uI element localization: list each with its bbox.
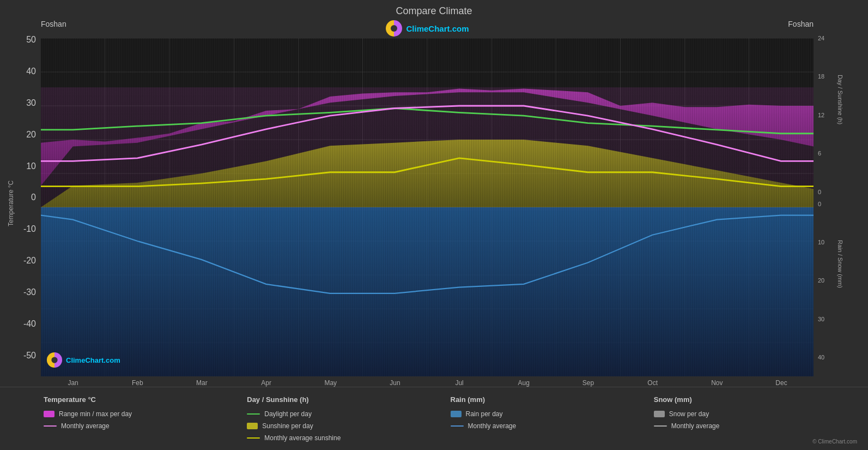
y-tick: 30 (16, 98, 36, 108)
legend-col-snow: Snow (mm) Snow per day Monthly average ©… (654, 395, 857, 445)
x-month-may: May (299, 379, 363, 387)
logo-text-bottom: ClimeChart.com (66, 356, 120, 364)
y-axis-left-values: 50 40 30 20 10 0 -10 -20 -30 -40 -50 (16, 20, 38, 387)
legend-col-temperature: Temperature °C Range min / max per day M… (44, 395, 247, 445)
right-label-sunshine: Day / Sunshine (h) (837, 75, 843, 124)
right-tick: 0 (818, 201, 833, 207)
y-axis-right: 24 18 12 6 0 0 10 20 30 40 Day / Sunshin… (814, 20, 863, 387)
legend-item-rain-avg: Monthly average (451, 422, 654, 430)
legend-label-daylight: Daylight per day (264, 410, 312, 418)
legend-title-temperature: Temperature °C (44, 395, 247, 404)
y-axis-right-labels: Day / Sunshine (h) Rain / Snow (mm) (833, 20, 849, 387)
legend-area: Temperature °C Range min / max per day M… (0, 387, 868, 450)
legend-item-daylight: Daylight per day (247, 410, 450, 418)
plot-svg (41, 38, 814, 376)
legend-line-rain-avg (451, 425, 464, 427)
legend-item-rain: Rain per day (451, 410, 654, 418)
city-left: Foshan (41, 20, 66, 37)
right-tick: 40 (818, 354, 833, 361)
legend-label-temp-range: Range min / max per day (59, 410, 132, 418)
right-tick: 0 (818, 189, 833, 195)
plot-area: ClimeChart.com (41, 38, 814, 376)
legend-swatch-rain (451, 411, 462, 417)
svg-rect-30 (41, 38, 814, 207)
legend-col-rain: Rain (mm) Rain per day Monthly average (451, 395, 654, 445)
legend-label-sunshine-avg: Monthly average sunshine (264, 434, 341, 442)
logo-text-top: ClimeChart.com (406, 24, 469, 33)
x-month-oct: Oct (621, 379, 685, 387)
y-axis-left-label: Temperature °C (5, 20, 16, 387)
svg-point-34 (51, 357, 57, 363)
logo-icon-bottom (46, 352, 63, 368)
legend-title-sunshine: Day / Sunshine (h) (247, 395, 450, 404)
legend-swatch-temp-range (44, 411, 54, 417)
x-month-dec: Dec (749, 379, 814, 387)
right-tick: 20 (818, 277, 833, 284)
right-tick: 12 (818, 112, 833, 118)
city-right: Foshan (788, 20, 814, 37)
page-container: Compare Climate Temperature °C 50 40 30 … (0, 0, 868, 450)
right-tick: 10 (818, 239, 833, 245)
x-month-jun: Jun (363, 379, 427, 387)
legend-label-temp-avg: Monthly average (61, 422, 110, 430)
chart-main: Foshan ClimeChart.com Foshan (41, 20, 814, 387)
legend-item-sunshine: Sunshine per day (247, 422, 450, 430)
legend-col-sunshine: Day / Sunshine (h) Daylight per day Suns… (247, 395, 450, 445)
y-axis-right-values: 24 18 12 6 0 0 10 20 30 40 (814, 20, 833, 387)
legend-item-temp-range: Range min / max per day (44, 410, 247, 418)
legend-line-sunshine-avg (247, 437, 260, 439)
legend-label-snow-avg: Monthly average (671, 422, 720, 430)
right-tick: 6 (818, 150, 833, 157)
chart-title: Compare Climate (0, 0, 868, 20)
x-month-sep: Sep (556, 379, 620, 387)
city-labels: Foshan ClimeChart.com Foshan (41, 20, 814, 38)
right-tick: 18 (818, 73, 833, 80)
legend-item-snow: Snow per day (654, 410, 857, 418)
svg-rect-32 (41, 207, 814, 376)
legend-swatch-sunshine (247, 423, 258, 429)
legend-line-temp-avg (44, 425, 57, 427)
logo-top-right: ClimeChart.com (385, 20, 469, 37)
legend-line-daylight (247, 413, 260, 415)
legend-item-sunshine-avg: Monthly average sunshine (247, 434, 450, 442)
logo-icon-top (385, 20, 403, 37)
y-tick: -20 (16, 256, 36, 266)
copyright: © ClimeChart.com (654, 434, 857, 445)
x-month-jul: Jul (427, 379, 491, 387)
y-tick: -50 (16, 351, 36, 361)
legend-label-rain-avg: Monthly average (468, 422, 517, 430)
chart-area: Temperature °C 50 40 30 20 10 0 -10 -20 … (0, 20, 868, 387)
x-axis: Jan Feb Mar Apr May Jun Jul Aug Sep Oct … (41, 376, 814, 387)
x-month-apr: Apr (234, 379, 299, 387)
x-month-nov: Nov (685, 379, 749, 387)
logo-bottom-left: ClimeChart.com (46, 352, 120, 368)
svg-point-1 (391, 25, 397, 32)
y-tick: 50 (16, 35, 36, 45)
y-tick: -40 (16, 319, 36, 329)
x-month-jan: Jan (41, 379, 105, 387)
legend-label-sunshine: Sunshine per day (262, 422, 313, 430)
legend-swatch-snow (654, 411, 665, 417)
legend-title-snow: Snow (mm) (654, 395, 857, 404)
legend-label-snow: Snow per day (669, 410, 709, 418)
legend-title-rain: Rain (mm) (451, 395, 654, 404)
right-label-rain: Rain / Snow (mm) (837, 240, 843, 288)
y-tick: 10 (16, 161, 36, 171)
legend-line-snow-avg (654, 425, 667, 427)
legend-item-snow-avg: Monthly average (654, 422, 857, 430)
x-month-mar: Mar (169, 379, 234, 387)
y-tick: 0 (16, 193, 36, 202)
right-tick: 24 (818, 35, 833, 41)
right-tick: 30 (818, 316, 833, 322)
x-month-aug: Aug (491, 379, 556, 387)
y-tick: 40 (16, 67, 36, 76)
x-month-feb: Feb (105, 379, 169, 387)
y-tick: 20 (16, 130, 36, 140)
y-tick: -10 (16, 224, 36, 234)
legend-label-rain: Rain per day (466, 410, 503, 418)
y-tick: -30 (16, 287, 36, 297)
legend-item-temp-avg: Monthly average (44, 422, 247, 430)
